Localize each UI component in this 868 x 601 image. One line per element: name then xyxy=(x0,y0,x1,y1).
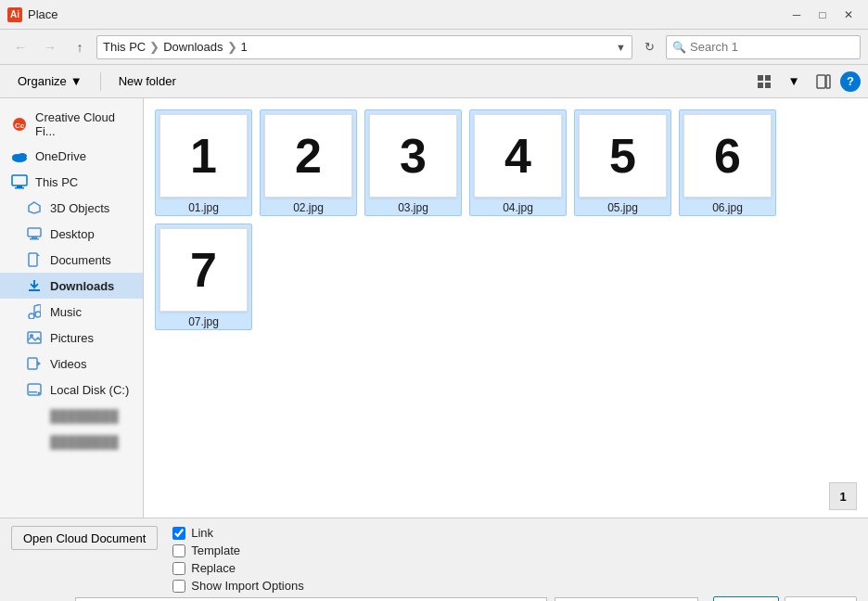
file-item-02[interactable]: 2 02.jpg xyxy=(260,109,357,216)
documents-icon xyxy=(26,251,43,268)
toolbar-separator xyxy=(100,72,101,91)
open-cloud-button[interactable]: Open Cloud Document xyxy=(11,526,158,550)
search-bar: 🔍 xyxy=(666,35,861,59)
place-button[interactable]: Place xyxy=(713,596,779,601)
svg-rect-18 xyxy=(29,253,37,266)
sidebar-item-pictures[interactable]: Pictures xyxy=(0,325,143,351)
sidebar-item-extra2[interactable]: ████████ xyxy=(0,428,143,454)
sidebar-item-label: Pictures xyxy=(50,331,94,345)
breadcrumb-1[interactable]: 1 xyxy=(241,40,248,54)
sidebar-item-local-disk[interactable]: Local Disk (C:) xyxy=(0,377,143,403)
svg-rect-11 xyxy=(12,175,27,185)
cancel-button[interactable]: Cancel xyxy=(785,596,857,601)
sidebar-item-onedrive[interactable]: OneDrive xyxy=(0,143,143,169)
filename-input[interactable] xyxy=(75,597,547,601)
main-area: Cc Creative Cloud Fi... OneDrive xyxy=(0,98,868,518)
svg-point-34 xyxy=(38,392,41,395)
back-button[interactable]: ← xyxy=(7,35,33,59)
svg-rect-0 xyxy=(758,75,763,81)
address-dropdown-button[interactable]: ▼ xyxy=(616,42,626,53)
replace-label[interactable]: Replace xyxy=(191,561,236,575)
organize-button[interactable]: Organize ▼ xyxy=(7,70,93,94)
checkboxes: Link Template Replace Show Import Option… xyxy=(172,526,303,593)
replace-checkbox[interactable] xyxy=(172,562,185,575)
view-chevron-button[interactable]: ▼ xyxy=(781,70,807,94)
file-item-07[interactable]: 7 07.jpg xyxy=(155,224,252,330)
breadcrumb: This PC ❯ Downloads ❯ 1 xyxy=(103,40,248,54)
view-options-button[interactable] xyxy=(751,70,777,94)
sidebar-item-desktop[interactable]: Desktop xyxy=(0,221,143,247)
file-item-05[interactable]: 5 05.jpg xyxy=(574,109,671,216)
svg-rect-5 xyxy=(826,75,830,88)
file-name-07: 07.jpg xyxy=(188,315,219,328)
sidebar-item-videos[interactable]: Videos xyxy=(0,351,143,377)
bottom-bottom-row: File name: All Formats (*.AI;*.AIT;*.PDF… xyxy=(11,596,857,601)
file-item-04[interactable]: 4 04.jpg xyxy=(469,109,567,216)
sidebar-item-downloads[interactable]: Downloads xyxy=(0,273,143,299)
help-button[interactable]: ? xyxy=(840,71,861,92)
window-title: Place xyxy=(28,7,785,21)
breadcrumb-thispc[interactable]: This PC xyxy=(103,40,146,54)
sidebar-item-label: OneDrive xyxy=(35,149,86,163)
videos-icon xyxy=(26,355,43,372)
bottom-top-row: Open Cloud Document Link Template Replac… xyxy=(11,526,857,593)
file-item-03[interactable]: 3 03.jpg xyxy=(364,109,462,216)
show-import-label[interactable]: Show Import Options xyxy=(191,579,303,593)
file-thumbnail-06: 6 xyxy=(683,114,772,198)
sidebar-item-label: Local Disk (C:) xyxy=(50,383,129,397)
format-select[interactable]: All Formats (*.AI;*.AIT;*.PDF;*.D xyxy=(555,597,698,601)
new-folder-button[interactable]: New folder xyxy=(108,70,186,94)
app-icon: Ai xyxy=(7,7,22,22)
link-checkbox[interactable] xyxy=(172,527,185,540)
forward-button[interactable]: → xyxy=(37,35,63,59)
search-icon: 🔍 xyxy=(672,41,686,54)
sidebar-item-documents[interactable]: Documents xyxy=(0,247,143,273)
sidebar-item-music[interactable]: Music xyxy=(0,299,143,325)
file-name-03: 03.jpg xyxy=(398,201,428,214)
file-thumbnail-02: 2 xyxy=(264,114,352,198)
template-label[interactable]: Template xyxy=(191,543,240,557)
sidebar-item-extra1[interactable]: ████████ xyxy=(0,403,143,428)
minimize-button[interactable]: ─ xyxy=(785,4,809,26)
file-thumbnail-04: 4 xyxy=(474,114,562,198)
sidebar-item-label: ████████ xyxy=(50,409,119,423)
svg-marker-23 xyxy=(31,285,38,288)
svg-rect-4 xyxy=(817,75,825,88)
svg-rect-1 xyxy=(765,75,771,81)
downloads-icon xyxy=(26,277,43,294)
breadcrumb-downloads[interactable]: Downloads xyxy=(163,40,223,54)
show-import-checkbox-row: Show Import Options xyxy=(172,579,303,593)
svg-point-10 xyxy=(18,153,27,159)
file-thumbnail-07: 7 xyxy=(160,228,248,312)
onedrive-icon xyxy=(11,147,28,164)
file-thumbnail-03: 3 xyxy=(369,114,457,198)
template-checkbox[interactable] xyxy=(172,544,185,557)
replace-checkbox-row: Replace xyxy=(172,561,303,575)
search-input[interactable] xyxy=(690,40,854,54)
close-button[interactable]: ✕ xyxy=(836,4,861,26)
sidebar-item-creative-cloud[interactable]: Cc Creative Cloud Fi... xyxy=(0,106,143,143)
sidebar-item-label: Videos xyxy=(50,357,87,371)
window-controls: ─ □ ✕ xyxy=(785,4,861,26)
sidebar-item-3d-objects[interactable]: 3D Objects xyxy=(0,195,143,221)
file-name-01: 01.jpg xyxy=(188,201,219,214)
link-label[interactable]: Link xyxy=(191,526,213,540)
maximize-button[interactable]: □ xyxy=(811,4,835,26)
svg-rect-12 xyxy=(17,185,22,187)
file-item-01[interactable]: 1 01.jpg xyxy=(155,109,252,216)
page-indicator: 1 xyxy=(829,482,857,510)
3d-objects-icon xyxy=(26,199,43,216)
sidebar-item-this-pc[interactable]: This PC xyxy=(0,169,143,195)
file-item-06[interactable]: 6 06.jpg xyxy=(679,109,776,216)
this-pc-icon xyxy=(11,173,28,190)
up-button[interactable]: ↑ xyxy=(67,35,93,59)
file-thumbnail-01: 1 xyxy=(160,114,248,198)
navigation-bar: ← → ↑ This PC ❯ Downloads ❯ 1 ▼ ↻ 🔍 xyxy=(0,30,868,65)
svg-marker-14 xyxy=(29,202,40,213)
show-import-checkbox[interactable] xyxy=(172,580,185,593)
preview-pane-button[interactable] xyxy=(811,70,836,94)
svg-rect-2 xyxy=(758,83,763,88)
file-name-04: 04.jpg xyxy=(503,201,533,214)
svg-rect-15 xyxy=(28,228,41,237)
refresh-button[interactable]: ↻ xyxy=(636,35,662,59)
